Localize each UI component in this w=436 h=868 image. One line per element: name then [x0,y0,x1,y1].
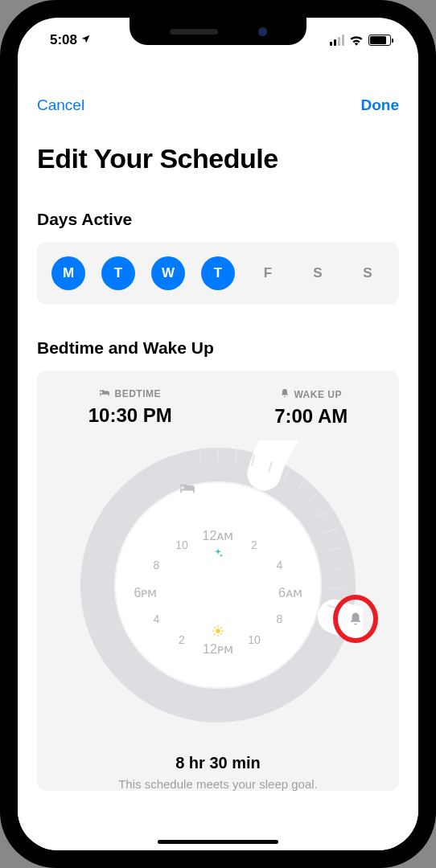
bedtime-column: BEDTIME 10:30 PM [88,388,172,428]
svg-line-21 [214,627,215,628]
clock-4-top: 4 [277,559,283,571]
day-toggle-fri[interactable]: F [251,256,285,290]
screen: 5:08 Cancel Done Edit Your Sc [18,18,418,850]
svg-line-10 [331,588,342,588]
svg-line-9 [331,568,343,569]
cancel-button[interactable]: Cancel [37,96,84,114]
day-toggle-wed[interactable]: W [151,256,185,290]
sleep-goal-text: This schedule meets your sleep goal. [37,777,399,791]
home-indicator[interactable] [158,840,278,844]
clock-12pm: 12ᴘᴍ [203,641,233,657]
bedtime-wakeup-heading: Bedtime and Wake Up [37,338,399,358]
page-title: Edit Your Schedule [37,143,399,174]
day-toggle-thu[interactable]: T [201,256,235,290]
clock-2-bottom: 2 [179,633,185,646]
volume-up-button [0,169,2,225]
clock-10-right: 10 [248,633,261,646]
phone-frame: 5:08 Cancel Done Edit Your Sc [0,0,436,868]
clock-8-left: 8 [154,559,160,571]
navigation-bar: Cancel Done [37,79,399,122]
wakeup-label: WAKE UP [294,389,342,400]
sheet-content: Cancel Done Edit Your Schedule Days Acti… [18,79,418,850]
volume-down-button [0,241,2,297]
wifi-icon [349,35,364,46]
clock-12am: 12ᴀᴍ [203,528,234,543]
speaker-grille [170,29,218,35]
clock-10-left: 10 [175,538,188,551]
days-active-heading: Days Active [37,210,399,229]
battery-icon [368,35,391,46]
front-camera [258,27,267,36]
wakeup-column: WAKE UP 7:00 AM [274,388,348,428]
clock-4-bottom: 4 [154,612,160,625]
sun-icon [212,624,224,637]
day-toggle-mon[interactable]: M [51,256,85,290]
bed-icon [99,388,110,399]
sleep-duration: 8 hr 30 min [37,754,399,772]
clock-6am: 6ᴀᴍ [278,584,302,600]
cellular-signal-icon [330,35,344,46]
svg-line-13 [236,451,237,462]
notch [130,18,306,45]
done-button[interactable]: Done [361,96,400,114]
bedtime-value: 10:30 PM [88,404,172,427]
clock-6pm: 6ᴘᴍ [134,584,158,600]
wakeup-value: 7:00 AM [274,405,348,428]
svg-line-24 [220,627,221,628]
schedule-card: BEDTIME 10:30 PM WAKE UP 7:00 AM [37,371,399,791]
day-toggle-tue[interactable]: T [101,256,135,290]
svg-line-22 [220,633,221,634]
svg-point-16 [216,628,220,633]
clock-8-right: 8 [277,612,283,625]
stars-icon [212,547,224,560]
bedtime-handle[interactable] [179,481,196,494]
day-toggle-sat[interactable]: S [301,256,335,290]
svg-line-23 [214,633,215,634]
annotation-highlight [333,595,378,643]
bedtime-label: BEDTIME [114,388,161,399]
sleep-dial[interactable]: 12ᴀᴍ 2 4 6ᴀᴍ 8 10 12ᴘᴍ 2 4 6ᴘᴍ 8 10 [37,440,399,738]
clock-2-top: 2 [251,538,257,551]
day-toggle-sun[interactable]: S [351,256,385,290]
mute-switch [0,113,2,145]
days-picker: M T W T F S S [37,242,399,305]
location-icon [80,32,91,48]
bell-icon [280,388,290,400]
status-time: 5:08 [50,32,77,48]
